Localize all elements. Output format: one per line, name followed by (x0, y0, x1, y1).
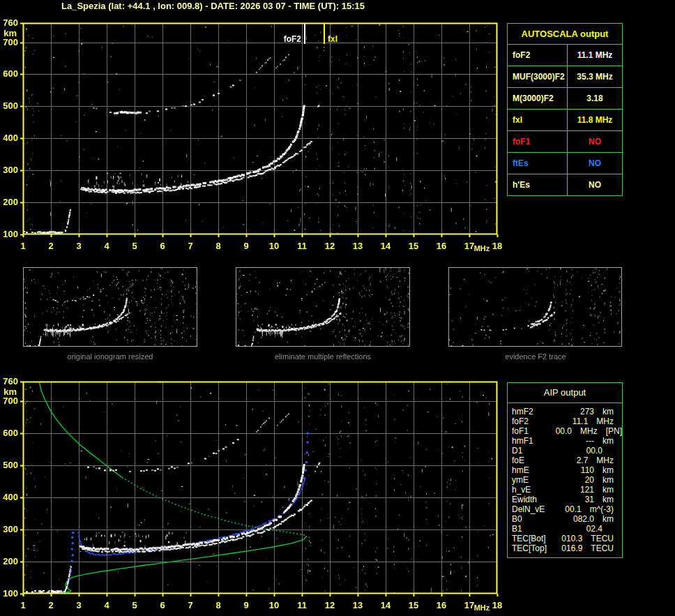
aip-row: DelN_vE00.1m^(-3) (508, 504, 622, 514)
aip-value: 082.0 (563, 514, 594, 524)
aip-row: hmF2273km (508, 407, 622, 416)
aip-value: 00.0 (568, 446, 602, 456)
autoscala-param-label: MUF(3000)F2 (508, 66, 568, 87)
autoscala-param-value: 35.3 MHz (568, 66, 622, 87)
aip-unit: TECU (591, 543, 614, 553)
aip-unit: m^(-3) (590, 504, 614, 514)
aip-unit: km (602, 475, 614, 485)
bottom-profile-plot (23, 382, 497, 594)
aip-row: TEC[Bot]010.3TECU (508, 534, 622, 543)
autoscala-param-label: foF1 (508, 131, 568, 152)
aip-value: 11.1 (559, 416, 588, 426)
page-title: La_Spezia (lat: +44.1 , lon: 009.8) - DA… (61, 1, 365, 11)
autoscala-output-table: AUTOSCALA output foF211.1 MHzMUF(3000)F2… (507, 23, 623, 196)
thumb3-caption: evidence F2 trace (448, 352, 623, 361)
aip-label: h_vE (512, 485, 563, 495)
aip-label: B0 (512, 514, 563, 524)
autoscala-param-label: foF2 (508, 45, 568, 66)
aip-row: B102.4 (508, 524, 622, 534)
thumb1-caption: original ionogram resized (23, 352, 197, 361)
aip-value: 010.3 (555, 534, 582, 543)
autoscala-param-label: h'Es (508, 174, 568, 195)
aip-unit: MHz (580, 426, 598, 436)
aip-unit: km (602, 407, 614, 416)
autoscala-table-title: AUTOSCALA output (508, 24, 622, 45)
thumbnail-original-ionogram (23, 267, 197, 347)
aip-table-title: AIP output (508, 383, 622, 403)
aip-unit: km (602, 436, 614, 446)
top-ionogram-plot (23, 23, 497, 234)
aip-row: ymE20km (508, 475, 622, 485)
aip-value: 273 (563, 407, 594, 416)
autoscala-row: M(3000)F23.18 (508, 88, 622, 110)
aip-row: Ewidth31km (508, 495, 622, 504)
autoscala-row: foF1NO (508, 131, 622, 153)
aip-unit: MHz (596, 416, 614, 426)
aip-row: foF211.1MHz (508, 416, 622, 426)
autoscala-row: fxI11.8 MHz (508, 110, 622, 131)
autoscala-window: La_Spezia (lat: +44.1 , lon: 009.8) - DA… (0, 0, 675, 616)
thumbnail-eliminate-reflections (236, 267, 410, 347)
autoscala-param-value: 11.1 MHz (568, 45, 622, 66)
aip-row: hmE110km (508, 465, 622, 475)
aip-row: foE2.7MHz (508, 456, 622, 465)
aip-row: hmF1---km (508, 436, 622, 446)
aip-value: 2.7 (559, 456, 588, 465)
aip-label: ymE (512, 475, 563, 485)
aip-label: Ewidth (512, 495, 563, 504)
aip-row: D100.0 (508, 446, 622, 456)
autoscala-param-label: fxI (508, 110, 568, 130)
autoscala-param-value: NO (568, 153, 622, 174)
autoscala-param-label: M(3000)F2 (508, 88, 568, 109)
aip-value: 00.1 (554, 504, 581, 514)
autoscala-row: foF211.1 MHz (508, 45, 622, 66)
aip-label: hmF1 (512, 436, 563, 446)
aip-label: B1 (512, 524, 568, 534)
aip-label: D1 (512, 446, 568, 456)
aip-value: 20 (563, 475, 594, 485)
aip-value: 016.9 (555, 543, 582, 553)
aip-row: B0082.0km (508, 514, 622, 524)
thumbnail-evidence-f2-trace (448, 267, 622, 347)
aip-value: 110 (563, 465, 594, 475)
autoscala-param-value: 11.8 MHz (568, 110, 622, 130)
aip-label: foF2 (512, 416, 559, 426)
autoscala-row: h'EsNO (508, 174, 622, 195)
aip-unit: km (602, 465, 614, 475)
autoscala-param-value: NO (568, 174, 622, 195)
aip-row: foF100.0MHz[PN] (508, 426, 622, 436)
aip-row: h_vE121km (508, 485, 622, 495)
aip-extra: [PN] (606, 426, 622, 436)
autoscala-param-value: 3.18 (568, 88, 622, 109)
aip-label: hmE (512, 465, 563, 475)
aip-value: 31 (563, 495, 594, 504)
aip-label: foE (512, 456, 559, 465)
aip-value: --- (563, 436, 594, 446)
aip-row: TEC[Top]016.9TECU (508, 543, 622, 553)
aip-label: hmF2 (512, 407, 563, 416)
aip-label: DelN_vE (512, 504, 554, 514)
aip-unit: TECU (591, 534, 614, 543)
aip-unit: km (602, 485, 614, 495)
autoscala-row: ftEsNO (508, 153, 622, 174)
aip-label: TEC[Bot] (512, 534, 555, 543)
aip-label: foF1 (512, 426, 549, 436)
autoscala-param-label: ftEs (508, 153, 568, 174)
aip-unit: MHz (596, 456, 614, 465)
aip-value: 121 (563, 485, 594, 495)
aip-output-table: AIP output hmF2273kmfoF211.1MHzfoF100.0M… (507, 382, 623, 558)
autoscala-row: MUF(3000)F235.3 MHz (508, 66, 622, 88)
autoscala-param-value: NO (568, 131, 622, 152)
aip-value: 00.0 (549, 426, 572, 436)
aip-unit: km (602, 495, 614, 504)
thumb2-caption: eliminate multiple reflections (236, 352, 410, 361)
aip-label: TEC[Top] (512, 543, 555, 553)
aip-value: 02.4 (568, 524, 602, 534)
aip-unit: km (602, 514, 614, 524)
